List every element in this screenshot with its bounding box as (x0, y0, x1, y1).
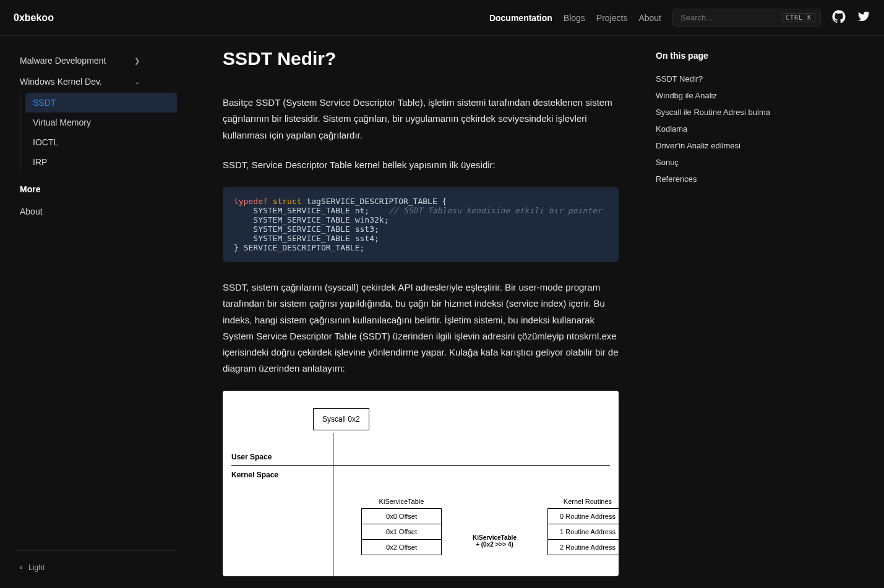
toc-item[interactable]: References (656, 171, 804, 187)
sidebar-group-malware[interactable]: Malware Development ❯ (15, 51, 177, 70)
chevron-right-icon: ❯ (134, 57, 140, 65)
diagram-table-title: KiServiceTable (379, 498, 424, 505)
diagram-user-space-label: User Space (231, 453, 610, 461)
code-block: typedef struct tagSERVICE_DESCRIPTOR_TAB… (223, 187, 619, 262)
code-comment: // SSDT Tablosu kendisine etkili bir poi… (388, 206, 601, 215)
code-text: SYSTEM_SERVICE_TABLE win32k; (234, 215, 388, 224)
code-text: SYSTEM_SERVICE_TABLE sst3; (234, 224, 379, 234)
toc-item[interactable]: Windbg ile Analiz (656, 87, 804, 104)
diagram-formula: KiServiceTable + (0x2 >>> 4) (473, 534, 517, 548)
sidebar-bottom: Light (15, 550, 177, 572)
paragraph-2: SSDT, Service Descriptor Table kernel be… (223, 157, 619, 173)
nav-links: Documentation Blogs Projects About (489, 13, 661, 23)
diagram-cell: 0x0 Offset (361, 508, 442, 524)
page-title: SSDT Nedir? (223, 48, 619, 77)
github-icon[interactable] (832, 10, 846, 25)
sidebar-top: Malware Development ❯ Windows Kernel Dev… (15, 51, 177, 221)
nav-right: Documentation Blogs Projects About Searc… (489, 9, 870, 27)
code-text: SYSTEM_SERVICE_TABLE sst4; (234, 234, 379, 243)
diagram-kernel-space-label: Kernel Space (231, 471, 610, 479)
theme-toggle[interactable]: Light (15, 563, 177, 572)
diagram-cell: 2 Routine Address (547, 539, 619, 555)
code-text: tagSERVICE_DESCRIPTOR_TABLE { (302, 197, 447, 206)
sidebar-item-ioctl[interactable]: IOCTL (20, 132, 177, 152)
diagram-cell: 0x2 Offset (361, 539, 442, 555)
layout: Malware Development ❯ Windows Kernel Dev… (0, 36, 884, 588)
diagram-vline (333, 433, 333, 576)
table-of-contents: On this page SSDT Nedir? Windbg ile Anal… (643, 36, 817, 588)
code-keyword: typedef (234, 197, 268, 206)
sidebar-more-label: More (15, 173, 177, 200)
diagram-cell: 0 Routine Address (547, 508, 619, 524)
diagram-routines-table: Kernel Routines 0 Routine Address 1 Rout… (547, 498, 619, 555)
sidebar-group-kernel[interactable]: Windows Kernel Dev. ⌄ (15, 72, 177, 92)
toc-item[interactable]: Syscall ile Routine Adresi bulma (656, 104, 804, 121)
sidebar-item-virtual-memory[interactable]: Virtual Memory (20, 113, 177, 132)
toc-item[interactable]: Kodlama (656, 121, 804, 137)
theme-label: Light (28, 563, 45, 572)
diagram-table-title: Kernel Routines (564, 498, 612, 505)
sidebar-subitems: SSDT Virtual Memory IOCTL IRP (20, 93, 177, 172)
diagram-cell: 1 Routine Address (547, 524, 619, 540)
diagram-divider (231, 465, 610, 466)
sidebar: Malware Development ❯ Windows Kernel Dev… (0, 36, 186, 587)
diagram-kiservice-table: KiServiceTable 0x0 Offset 0x1 Offset 0x2… (361, 498, 442, 555)
sidebar-item-about[interactable]: About (15, 202, 177, 221)
search-input[interactable]: Search... CTRL K (672, 9, 821, 27)
toc-item[interactable]: Sonuç (656, 154, 804, 171)
chevron-down-icon: ⌄ (134, 78, 140, 86)
header: 0xbekoo Documentation Blogs Projects Abo… (0, 0, 884, 36)
main-content: SSDT Nedir? Basitçe SSDT (System Service… (186, 36, 643, 588)
toc-item[interactable]: SSDT Nedir? (656, 70, 804, 87)
paragraph-1: Basitçe SSDT (System Service Descriptor … (223, 95, 619, 143)
nav-blogs[interactable]: Blogs (564, 13, 585, 23)
nav-projects[interactable]: Projects (596, 13, 628, 23)
toc-item[interactable]: Driver'in Analiz edilmesi (656, 137, 804, 154)
sun-icon (20, 566, 22, 569)
sidebar-group-label: Malware Development (20, 56, 106, 66)
paragraph-3: SSDT, sistem çağrılarını (syscall) çekir… (223, 279, 619, 377)
diagram-syscall-box: Syscall 0x2 (313, 408, 369, 430)
code-text: SYSTEM_SERVICE_TABLE nt; (234, 206, 388, 215)
search-kbd: CTRL K (782, 13, 815, 22)
diagram: Syscall 0x2 User Space Kernel Space KiSe… (223, 391, 619, 576)
logo[interactable]: 0xbekoo (14, 12, 54, 23)
diagram-tables: KiServiceTable 0x0 Offset 0x1 Offset 0x2… (361, 498, 610, 555)
code-text: } SERVICE_DESCRIPTOR_TABLE; (234, 243, 364, 252)
sidebar-item-ssdt[interactable]: SSDT (25, 93, 177, 113)
nav-documentation[interactable]: Documentation (489, 13, 552, 23)
toc-title: On this page (656, 51, 804, 61)
sidebar-item-irp[interactable]: IRP (20, 152, 177, 172)
search-placeholder: Search... (680, 13, 713, 22)
code-keyword: struct (273, 197, 302, 206)
nav-about[interactable]: About (638, 13, 661, 23)
sidebar-group-label: Windows Kernel Dev. (20, 77, 102, 87)
diagram-cell: 0x1 Offset (361, 524, 442, 540)
twitter-icon[interactable] (857, 10, 870, 25)
